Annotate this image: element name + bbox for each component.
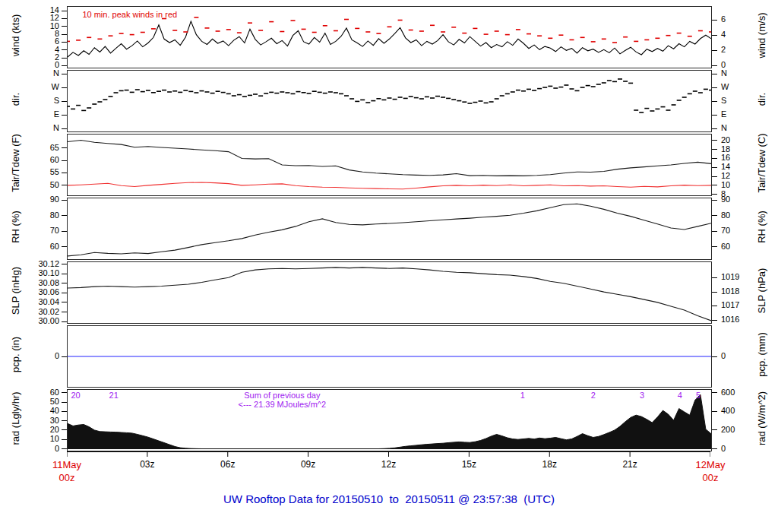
slp-left-tick-label: 30.12 <box>20 258 59 269</box>
rh-left-tick-label: 60 <box>20 241 59 252</box>
rad-left-tick-label: 30 <box>20 415 59 426</box>
x-tick-label: 03z <box>121 459 174 470</box>
wind-right-tick <box>712 65 717 66</box>
wind-left-tick <box>62 26 67 27</box>
slp-left-tick-label: 30.00 <box>20 315 59 326</box>
wind-left-tick <box>62 42 67 43</box>
solar-radiation-lgly-series <box>68 394 711 448</box>
rh-left-tick-label: 70 <box>20 225 59 236</box>
slp-left-tick <box>62 274 67 274</box>
tair-f-series <box>68 141 711 176</box>
wind-direction-deg-series <box>68 79 711 112</box>
chart-title: UW Rooftop Data for 20150510 to 20150511… <box>0 492 778 505</box>
tdew-f-series <box>68 182 711 189</box>
rad-right-tick <box>712 411 717 412</box>
wind-annotation: 10 min. peak winds in red <box>82 10 177 19</box>
dir-left-tick-label: S <box>20 95 59 106</box>
wind-right-tick <box>712 20 717 21</box>
rh-left-tick <box>62 231 67 232</box>
temp-left-tick <box>62 173 67 173</box>
wind-left-tick <box>62 18 67 19</box>
rh-left-tick <box>62 246 67 247</box>
temp-right-tick <box>712 176 717 177</box>
dir-right-tick <box>712 115 717 116</box>
x-tick-label: 18z <box>523 459 576 470</box>
rad-right-tick <box>712 392 717 393</box>
slp-left-tick <box>62 264 67 264</box>
rh-left-tick <box>62 215 67 216</box>
slp-right-tick <box>712 277 717 278</box>
x-tick-label: 06z <box>201 459 255 470</box>
wind-right-tick <box>712 50 717 51</box>
slp-right-tick <box>712 306 717 306</box>
slp-left-tick-label: 30.04 <box>20 296 59 307</box>
rh-pct-series <box>68 204 711 256</box>
rad-left-tick <box>62 429 67 430</box>
x-axis-line <box>67 451 710 459</box>
dir-left-tick <box>62 115 67 116</box>
temp-left-tick-label: 50 <box>20 179 59 190</box>
dir-left-tick <box>62 101 67 102</box>
rad-left-tick-label: 40 <box>20 405 59 416</box>
slp-left-tick <box>62 283 67 283</box>
temp-left-tick-label: 55 <box>20 166 59 177</box>
wind-left-tick <box>62 65 67 66</box>
temp-left-tick <box>62 147 67 148</box>
panel-pcp <box>67 325 712 388</box>
slp-inhg-series <box>68 268 711 321</box>
rad-left-tick-label: 50 <box>20 396 59 407</box>
temp-left-tick <box>62 160 67 161</box>
temp-right-tick <box>712 167 717 168</box>
rad-left-tick <box>62 420 67 421</box>
rad-annotation: Sum of previous day <box>206 391 358 400</box>
dir-left-tick <box>62 74 67 74</box>
wind-left-tick <box>62 58 67 59</box>
dir-left-tick-label: N <box>20 68 59 78</box>
x-tick-label: 12May <box>684 459 737 470</box>
x-tick-label: 00z <box>684 472 737 483</box>
rad-right-tick <box>712 448 717 449</box>
slp-left-tick <box>62 312 67 312</box>
rad-left-tick <box>62 392 67 393</box>
rad-left-tick-label: 60 <box>20 387 59 397</box>
dir-right-tick <box>712 101 717 102</box>
rh-left-tick-label: 90 <box>20 194 59 204</box>
slp-left-tick <box>62 321 67 322</box>
panel-rad: 202112345Sum of previous day<--- 21.39 M… <box>67 389 712 451</box>
dir-right-tick <box>712 87 717 88</box>
slp-right-tick <box>712 292 717 293</box>
slp-left-tick-label: 30.02 <box>20 306 59 317</box>
dir-left-tick <box>62 128 67 129</box>
slp-left-tick <box>62 302 67 302</box>
pcp-left-tick-label: 0 <box>20 350 59 361</box>
x-tick-label: 11May <box>40 459 93 470</box>
rad-right-axis-title: rad (W/m^2) <box>756 358 767 480</box>
rh-right-tick <box>712 215 717 216</box>
slp-plot-area <box>68 262 711 323</box>
weather-chart-page: 10 min. peak winds in red202112345Sum of… <box>0 0 778 532</box>
temp-right-tick <box>712 149 717 150</box>
panel-rh <box>67 198 712 260</box>
temp-right-tick <box>712 185 717 185</box>
temp-right-tick <box>712 158 717 159</box>
temp-left-tick-label: 65 <box>20 142 59 153</box>
x-tick-label: 12z <box>362 459 416 470</box>
dir-left-tick-label: E <box>20 109 59 119</box>
pcp-plot-area <box>68 326 711 387</box>
dir-left-tick-label: W <box>20 81 59 92</box>
rh-right-tick <box>712 231 717 232</box>
temp-right-tick <box>712 194 717 195</box>
panel-temp <box>67 134 712 196</box>
slp-right-tick <box>712 320 717 321</box>
rad-left-tick-label: 0 <box>20 443 59 454</box>
rad-annotation: 21 <box>38 391 190 400</box>
rh-left-tick-label: 80 <box>20 210 59 220</box>
temp-plot-area <box>68 135 711 195</box>
panel-dir <box>67 70 712 132</box>
dir-plot-area <box>68 71 711 131</box>
rad-left-tick-label: 20 <box>20 424 59 435</box>
pcp-right-tick <box>712 356 717 357</box>
panel-slp <box>67 261 712 324</box>
wind-left-tick <box>62 11 67 11</box>
pcp-left-tick <box>62 356 67 357</box>
